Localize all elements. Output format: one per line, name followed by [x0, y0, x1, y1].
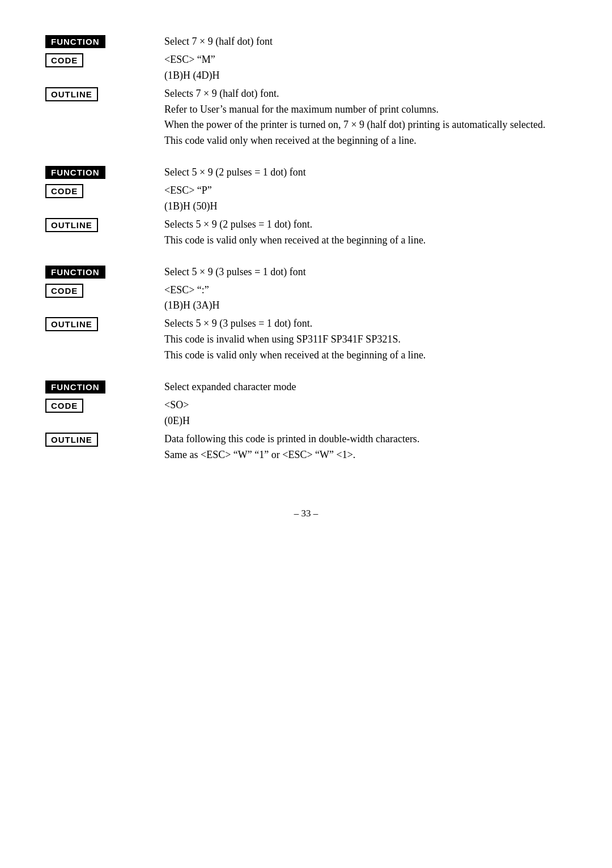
code-badge-2: CODE	[45, 184, 83, 198]
code-line1-4: <SO>	[164, 397, 567, 413]
outline-line-1-0: Selects 7 × 9 (half dot) font.	[164, 86, 567, 102]
code-content-1: <ESC> “M” (1B)H (4D)H	[164, 52, 567, 84]
outline-row-1: OUTLINE Selects 7 × 9 (half dot) font. R…	[45, 86, 567, 149]
outline-badge-4: OUTLINE	[45, 433, 98, 447]
outline-line-4-1: Same as <ESC> “W” “1” or <ESC> “W” <1>.	[164, 447, 567, 463]
code-line2-4: (0E)H	[164, 413, 567, 429]
code-badge-1: CODE	[45, 53, 83, 67]
function-row-1: FUNCTION Select 7 × 9 (half dot) font	[45, 34, 567, 50]
outline-line-2-1: This code is valid only when received at…	[164, 233, 567, 249]
code-label-cell-1: CODE	[45, 52, 164, 67]
outline-line-2-0: Selects 5 × 9 (2 pulses = 1 dot) font.	[164, 217, 567, 233]
function-row-4: FUNCTION Select expanded character mode	[45, 379, 567, 395]
code-label-cell-2: CODE	[45, 183, 164, 198]
outline-line-4-0: Data following this code is printed in d…	[164, 431, 567, 447]
code-row-3: CODE <ESC> “:” (1B)H (3A)H	[45, 283, 567, 314]
outline-label-cell-4: OUTLINE	[45, 431, 164, 447]
code-content-3: <ESC> “:” (1B)H (3A)H	[164, 283, 567, 314]
outline-row-4: OUTLINE Data following this code is prin…	[45, 431, 567, 463]
outline-row-3: OUTLINE Selects 5 × 9 (3 pulses = 1 dot)…	[45, 316, 567, 364]
page-footer: – 33 –	[45, 508, 567, 519]
function-badge-4: FUNCTION	[45, 380, 105, 394]
outline-line-1-2: When the power of the printer is turned …	[164, 117, 567, 133]
outline-line-1-3: This code valid only when received at th…	[164, 133, 567, 149]
code-label-cell-3: CODE	[45, 283, 164, 298]
function-badge-3: FUNCTION	[45, 266, 105, 279]
code-line1-3: <ESC> “:”	[164, 283, 567, 298]
outline-badge-1: OUTLINE	[45, 87, 98, 101]
section-3: FUNCTION Select 5 × 9 (3 pulses = 1 dot)…	[45, 264, 567, 364]
section-2: FUNCTION Select 5 × 9 (2 pulses = 1 dot)…	[45, 165, 567, 248]
outline-content-1: Selects 7 × 9 (half dot) font. Refer to …	[164, 86, 567, 149]
code-badge-3: CODE	[45, 284, 83, 298]
code-content-2: <ESC> “P” (1B)H (50)H	[164, 183, 567, 215]
code-line2-2: (1B)H (50)H	[164, 199, 567, 215]
function-badge-2: FUNCTION	[45, 166, 105, 179]
function-text-4: Select expanded character mode	[164, 379, 567, 395]
outline-badge-3: OUTLINE	[45, 317, 98, 331]
outline-line-3-2: This code is valid only when received at…	[164, 348, 567, 364]
function-label-4: FUNCTION	[45, 379, 164, 394]
function-row-2: FUNCTION Select 5 × 9 (2 pulses = 1 dot)…	[45, 165, 567, 181]
code-row-4: CODE <SO> (0E)H	[45, 397, 567, 429]
code-row-1: CODE <ESC> “M” (1B)H (4D)H	[45, 52, 567, 84]
outline-content-2: Selects 5 × 9 (2 pulses = 1 dot) font. T…	[164, 217, 567, 249]
outline-content-4: Data following this code is printed in d…	[164, 431, 567, 463]
function-row-3: FUNCTION Select 5 × 9 (3 pulses = 1 dot)…	[45, 264, 567, 280]
code-line2-3: (1B)H (3A)H	[164, 298, 567, 314]
code-line1-2: <ESC> “P”	[164, 183, 567, 199]
outline-content-3: Selects 5 × 9 (3 pulses = 1 dot) font. T…	[164, 316, 567, 364]
code-content-4: <SO> (0E)H	[164, 397, 567, 429]
function-text-2: Select 5 × 9 (2 pulses = 1 dot) font	[164, 165, 567, 181]
function-text-3: Select 5 × 9 (3 pulses = 1 dot) font	[164, 264, 567, 280]
code-badge-4: CODE	[45, 399, 83, 413]
code-line2-1: (1B)H (4D)H	[164, 68, 567, 84]
code-label-cell-4: CODE	[45, 397, 164, 413]
code-row-2: CODE <ESC> “P” (1B)H (50)H	[45, 183, 567, 215]
section-1: FUNCTION Select 7 × 9 (half dot) font CO…	[45, 34, 567, 149]
outline-label-cell-3: OUTLINE	[45, 316, 164, 331]
function-text-1: Select 7 × 9 (half dot) font	[164, 34, 567, 50]
function-label-2: FUNCTION	[45, 165, 164, 179]
outline-line-3-0: Selects 5 × 9 (3 pulses = 1 dot) font.	[164, 316, 567, 332]
page-number: – 33 –	[294, 508, 318, 519]
outline-line-1-1: Refer to User’s manual for the maximum n…	[164, 102, 567, 118]
function-badge-1: FUNCTION	[45, 35, 105, 48]
outline-line-3-1: This code is invalid when using SP311F S…	[164, 332, 567, 348]
function-label-3: FUNCTION	[45, 264, 164, 279]
outline-badge-2: OUTLINE	[45, 218, 98, 232]
page-content: FUNCTION Select 7 × 9 (half dot) font CO…	[45, 34, 567, 519]
function-label-1: FUNCTION	[45, 34, 164, 48]
section-4: FUNCTION Select expanded character mode …	[45, 379, 567, 463]
code-line1-1: <ESC> “M”	[164, 52, 567, 68]
outline-row-2: OUTLINE Selects 5 × 9 (2 pulses = 1 dot)…	[45, 217, 567, 249]
outline-label-cell-2: OUTLINE	[45, 217, 164, 232]
outline-label-cell-1: OUTLINE	[45, 86, 164, 101]
